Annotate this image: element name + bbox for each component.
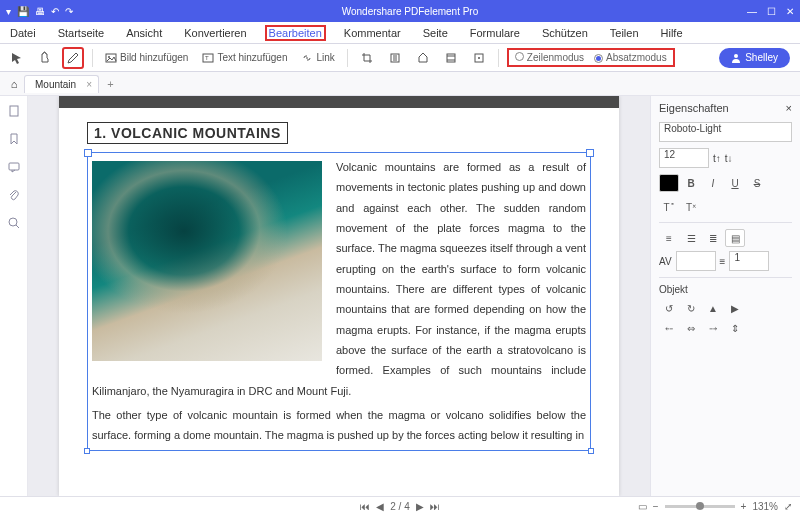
add-image-button[interactable]: Bild hinzufügen — [101, 47, 192, 69]
page-indicator[interactable]: 2 / 4 — [390, 501, 409, 512]
new-tab-icon[interactable]: + — [99, 78, 121, 90]
menu-seite[interactable]: Seite — [419, 25, 452, 41]
body-text-2[interactable]: The other type of volcanic mountain is f… — [92, 405, 586, 446]
fullscreen-icon[interactable]: ⤢ — [784, 501, 792, 512]
first-page-icon[interactable]: ⏮ — [360, 501, 370, 512]
superscript-button[interactable]: T˟ — [659, 198, 679, 216]
print-icon[interactable]: 🖶 — [35, 6, 45, 17]
resize-handle-icon[interactable] — [84, 448, 90, 454]
flip-horizontal-icon[interactable]: ▶ — [725, 299, 745, 317]
document-canvas[interactable]: 1. VOLCANIC MOUNTAINS Volcanic mountains… — [28, 96, 650, 496]
subscript-button[interactable]: Tˣ — [681, 198, 701, 216]
zoom-in-icon[interactable]: + — [741, 501, 747, 512]
next-page-icon[interactable]: ▶ — [416, 501, 424, 512]
menu-formulare[interactable]: Formulare — [466, 25, 524, 41]
italic-button[interactable]: I — [703, 174, 723, 192]
menu-ansicht[interactable]: Ansicht — [122, 25, 166, 41]
line-spacing-icon: ≡ — [720, 256, 726, 267]
search-icon[interactable] — [7, 216, 21, 230]
close-icon[interactable]: ✕ — [786, 6, 794, 17]
resize-handle-icon[interactable] — [588, 448, 594, 454]
font-color-button[interactable] — [659, 174, 679, 192]
separator — [498, 49, 499, 67]
obj-align-left-icon[interactable]: ⤌ — [659, 319, 679, 337]
attachments-icon[interactable] — [7, 188, 21, 202]
obj-align-center-icon[interactable]: ⇔ — [681, 319, 701, 337]
separator — [92, 49, 93, 67]
work-area: 1. VOLCANIC MOUNTAINS Volcanic mountains… — [0, 96, 800, 496]
strikethrough-button[interactable]: S — [747, 174, 767, 192]
bold-button[interactable]: B — [681, 174, 701, 192]
add-text-button[interactable]: TText hinzufügen — [198, 47, 291, 69]
flip-vertical-icon[interactable]: ▲ — [703, 299, 723, 317]
obj-align-right-icon[interactable]: ⤍ — [703, 319, 723, 337]
menu-datei[interactable]: Datei — [6, 25, 40, 41]
bookmarks-icon[interactable] — [7, 132, 21, 146]
save-icon[interactable]: 💾 — [17, 6, 29, 17]
rotate-left-icon[interactable]: ↺ — [659, 299, 679, 317]
tab-label: Mountain — [35, 79, 76, 90]
app-menu-icon[interactable]: ▾ — [6, 6, 11, 17]
last-page-icon[interactable]: ⏭ — [430, 501, 440, 512]
char-spacing-input[interactable] — [676, 251, 716, 271]
menu-teilen[interactable]: Teilen — [606, 25, 643, 41]
menu-hilfe[interactable]: Hilfe — [657, 25, 687, 41]
line-spacing-input[interactable]: 1 — [729, 251, 769, 271]
align-center-button[interactable]: ☰ — [681, 229, 701, 247]
minimize-icon[interactable]: — — [747, 6, 757, 17]
properties-panel: Eigenschaften × Roboto-Light 12 t↑ t↓ B … — [650, 96, 800, 496]
zoom-slider[interactable] — [665, 505, 735, 508]
align-right-button[interactable]: ≣ — [703, 229, 723, 247]
properties-title: Eigenschaften — [659, 102, 729, 114]
underline-button[interactable]: U — [725, 174, 745, 192]
section-heading[interactable]: 1. VOLCANIC MOUNTAINS — [87, 122, 288, 144]
align-justify-button[interactable]: ▤ — [725, 229, 745, 247]
align-left-button[interactable]: ≡ — [659, 229, 679, 247]
link-button[interactable]: Link — [297, 47, 338, 69]
radio-off-icon — [515, 52, 524, 61]
maximize-icon[interactable]: ☐ — [767, 6, 776, 17]
watermark-icon[interactable] — [384, 47, 406, 69]
document-image[interactable] — [92, 161, 322, 361]
svg-rect-5 — [447, 54, 455, 62]
line-mode-radio[interactable]: Zeilenmodus — [515, 52, 584, 63]
edit-tool-icon[interactable] — [62, 47, 84, 69]
menu-bar: Datei Startseite Ansicht Konvertieren Be… — [0, 22, 800, 44]
crop-icon[interactable] — [356, 47, 378, 69]
font-family-select[interactable]: Roboto-Light — [659, 122, 792, 142]
shrink-font-icon[interactable]: t↓ — [725, 153, 733, 164]
menu-konvertieren[interactable]: Konvertieren — [180, 25, 250, 41]
menu-bearbeiten[interactable]: Bearbeiten — [265, 25, 326, 41]
panel-close-icon[interactable]: × — [786, 102, 792, 114]
zoom-out-icon[interactable]: − — [653, 501, 659, 512]
font-size-select[interactable]: 12 — [659, 148, 709, 168]
menu-kommentar[interactable]: Kommentar — [340, 25, 405, 41]
grow-font-icon[interactable]: t↑ — [713, 153, 721, 164]
left-sidebar — [0, 96, 28, 496]
comments-icon[interactable] — [7, 160, 21, 174]
document-tab[interactable]: Mountain × — [24, 75, 99, 93]
rotate-right-icon[interactable]: ↻ — [681, 299, 701, 317]
background-icon[interactable] — [412, 47, 434, 69]
view-mode-icon[interactable]: ▭ — [638, 501, 647, 512]
thumbnails-icon[interactable] — [7, 104, 21, 118]
edit-toolbar: Bild hinzufügen TText hinzufügen Link Ze… — [0, 44, 800, 72]
obj-distribute-icon[interactable]: ⇕ — [725, 319, 745, 337]
app-title: Wondershare PDFelement Pro — [73, 6, 747, 17]
bates-icon[interactable] — [468, 47, 490, 69]
hand-tool-icon[interactable] — [34, 47, 56, 69]
home-tab-icon[interactable]: ⌂ — [4, 78, 24, 90]
tab-close-icon[interactable]: × — [86, 79, 92, 90]
undo-icon[interactable]: ↶ — [51, 6, 59, 17]
prev-page-icon[interactable]: ◀ — [376, 501, 384, 512]
header-footer-icon[interactable] — [440, 47, 462, 69]
menu-schuetzen[interactable]: Schützen — [538, 25, 592, 41]
redo-icon[interactable]: ↷ — [65, 6, 73, 17]
document-tabs: ⌂ Mountain × + — [0, 72, 800, 96]
paragraph-mode-radio[interactable]: Absatzmodus — [594, 52, 667, 63]
menu-startseite[interactable]: Startseite — [54, 25, 108, 41]
user-account-button[interactable]: Shelley — [719, 48, 790, 68]
zoom-level[interactable]: 131% — [752, 501, 778, 512]
select-tool-icon[interactable] — [6, 47, 28, 69]
selected-text-block[interactable]: Volcanic mountains are formed as a resul… — [87, 152, 591, 451]
